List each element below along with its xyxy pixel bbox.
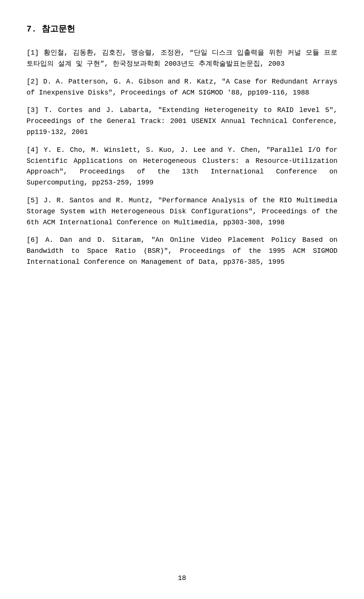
section-title: 7. 참고문헌 xyxy=(27,23,337,36)
page-number: 18 xyxy=(178,574,186,582)
reference-item: [6] A. Dan and D. Sitaram, "An Online Vi… xyxy=(27,235,337,267)
reference-text: [1] 황인철, 김동환, 김호진, 맹승렬, 조정완, “단일 디스크 입출력… xyxy=(27,47,337,69)
references-container: [1] 황인철, 김동환, 김호진, 맹승렬, 조정완, “단일 디스크 입출력… xyxy=(27,47,337,268)
reference-text: [4] Y. E. Cho, M. Winslett, S. Kuo, J. L… xyxy=(27,145,337,188)
reference-item: [3] T. Cortes and J. Labarta, "Extending… xyxy=(27,105,337,137)
page-number-area: 18 xyxy=(0,573,364,584)
reference-item: [5] J. R. Santos and R. Muntz, "Performa… xyxy=(27,195,337,228)
reference-text: [2] D. A. Patterson, G. A. Gibson and R.… xyxy=(27,76,337,98)
reference-text: [3] T. Cortes and J. Labarta, "Extending… xyxy=(27,105,337,137)
reference-item: [2] D. A. Patterson, G. A. Gibson and R.… xyxy=(27,76,337,98)
page-content: 7. 참고문헌 [1] 황인철, 김동환, 김호진, 맹승렬, 조정완, “단일… xyxy=(0,0,364,305)
reference-text: [5] J. R. Santos and R. Muntz, "Performa… xyxy=(27,195,337,228)
reference-item: [1] 황인철, 김동환, 김호진, 맹승렬, 조정완, “단일 디스크 입출력… xyxy=(27,47,337,69)
reference-text: [6] A. Dan and D. Sitaram, "An Online Vi… xyxy=(27,235,337,267)
reference-item: [4] Y. E. Cho, M. Winslett, S. Kuo, J. L… xyxy=(27,145,337,188)
